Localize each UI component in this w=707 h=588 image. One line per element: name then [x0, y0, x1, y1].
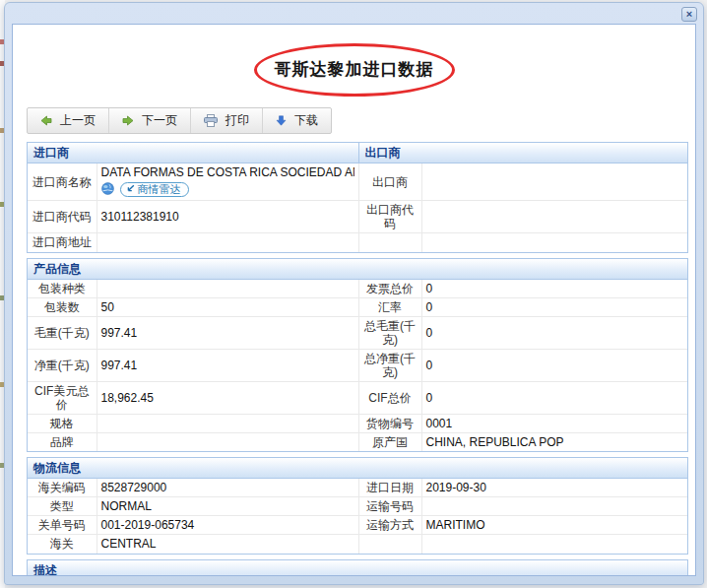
import-date-value: 2019-09-30 [421, 479, 687, 497]
section-importer-exporter: 进口商 出口商 进口商名称 DATA FORMAS DE COSTA RICA … [27, 142, 688, 253]
import-date-label: 进口日期 [358, 479, 421, 497]
exporter-code-value [421, 201, 687, 233]
prev-page-button[interactable]: 上一页 [28, 108, 109, 133]
total-gross-weight-value: 0 [421, 316, 687, 349]
importer-code-label: 进口商代码 [28, 201, 96, 233]
brand-label: 品牌 [28, 432, 96, 451]
invoice-total-value: 0 [421, 279, 687, 297]
download-button[interactable]: 下载 [263, 108, 331, 133]
section-header-importer: 进口商 [28, 143, 358, 163]
exchange-rate-value: 0 [421, 297, 687, 316]
next-page-label: 下一页 [142, 112, 177, 129]
print-label: 打印 [225, 112, 249, 129]
declaration-number-label: 关单号码 [28, 516, 96, 535]
green-arrow-left-icon [40, 115, 52, 126]
importer-name-text: DATA FORMAS DE COSTA RICA SOCIEDAD ANONI [101, 165, 354, 179]
package-count-label: 包装数 [28, 297, 96, 316]
section-logistics-info: 物流信息 海关编码 8528729000 进口日期 2019-09-30 类型 … [27, 457, 688, 555]
green-arrow-right-icon [122, 115, 134, 126]
radar-badge-label: 商情雷达 [138, 183, 181, 196]
invoice-total-label: 发票总价 [358, 279, 421, 297]
page-title: 哥斯达黎加进口数据 [13, 57, 695, 83]
importer-code-value: 310112381910 [96, 201, 358, 233]
package-count-value: 50 [96, 297, 358, 316]
exporter-name-value [421, 163, 687, 201]
spec-label: 规格 [28, 414, 96, 432]
package-type-label: 包装种类 [28, 279, 96, 297]
cif-total-label: CIF总价 [358, 381, 421, 414]
dialog-titlebar: × [5, 3, 703, 24]
transport-number-value [421, 497, 687, 516]
section-header-exporter: 出口商 [358, 143, 687, 163]
package-type-value [96, 279, 358, 297]
section-header-description: 描述 [28, 560, 687, 577]
print-button[interactable]: 打印 [191, 108, 263, 133]
title-area: 哥斯达黎加进口数据 [13, 57, 695, 83]
radar-arrow-icon [126, 183, 135, 196]
close-button[interactable]: × [681, 7, 697, 22]
importer-address-label: 进口商地址 [28, 233, 96, 252]
transport-mode-label: 运输方式 [358, 516, 421, 535]
total-net-weight-value: 0 [421, 349, 687, 381]
section-header-logistics: 物流信息 [28, 458, 687, 479]
section-header-product-info: 产品信息 [28, 259, 687, 280]
customs-label: 海关 [28, 535, 96, 554]
total-gross-weight-label: 总毛重(千克) [358, 316, 421, 349]
blue-arrow-down-icon [276, 115, 287, 126]
gross-weight-value: 997.41 [96, 316, 358, 349]
download-label: 下载 [294, 112, 318, 129]
dialog-content: 哥斯达黎加进口数据 上一页 下一页 [12, 24, 696, 576]
section-description: 描述 产品描述 TELEVISOR LED 55 4K SMART NUEVO … [27, 559, 688, 577]
importer-name-label: 进口商名称 [28, 163, 96, 201]
importer-name-value: DATA FORMAS DE COSTA RICA SOCIEDAD ANONI [96, 163, 358, 201]
type-label: 类型 [28, 497, 96, 516]
empty-value [421, 233, 687, 252]
cargo-number-label: 货物编号 [358, 414, 421, 432]
spec-value [96, 414, 358, 432]
gross-weight-label: 毛重(千克) [28, 316, 96, 349]
cif-usd-total-label: CIF美元总价 [28, 381, 96, 414]
total-net-weight-label: 总净重(千克) [358, 349, 421, 381]
toolbar: 上一页 下一页 打印 [27, 107, 332, 134]
declaration-number-value: 001-2019-065734 [96, 516, 358, 535]
type-value: NORMAL [96, 497, 358, 516]
next-page-button[interactable]: 下一页 [109, 108, 191, 133]
exporter-name-label: 出口商 [358, 163, 421, 201]
cif-total-value: 0 [421, 381, 687, 414]
cif-usd-total-value: 18,962.45 [96, 381, 358, 414]
origin-country-label: 原产国 [358, 432, 421, 451]
transport-mode-value: MARITIMO [421, 516, 687, 535]
dialog-window: × 哥斯达黎加进口数据 上一页 下一页 [4, 2, 704, 585]
net-weight-value: 997.41 [96, 349, 358, 381]
business-radar-badge[interactable]: 商情雷达 [120, 182, 189, 197]
importer-address-value [96, 233, 358, 252]
exporter-code-label: 出口商代码 [358, 201, 421, 233]
hs-code-label: 海关编码 [28, 479, 96, 497]
cargo-number-value: 0001 [421, 414, 687, 432]
customs-value: CENTRAL [96, 535, 358, 554]
section-product-info: 产品信息 包装种类 发票总价 0 包装数 50 汇率 0 毛重(千克) 997.… [27, 258, 688, 453]
empty-label [358, 535, 421, 554]
brand-value [96, 432, 358, 451]
prev-page-label: 上一页 [60, 112, 96, 129]
globe-icon[interactable] [101, 182, 114, 198]
hs-code-value: 8528729000 [96, 479, 358, 497]
exchange-rate-label: 汇率 [358, 297, 421, 316]
transport-number-label: 运输号码 [358, 497, 421, 516]
empty-value [421, 535, 687, 554]
empty-label [358, 233, 421, 252]
printer-icon [204, 114, 218, 127]
net-weight-label: 净重(千克) [28, 349, 96, 381]
origin-country-value: CHINA, REPUBLICA POP [421, 432, 687, 451]
